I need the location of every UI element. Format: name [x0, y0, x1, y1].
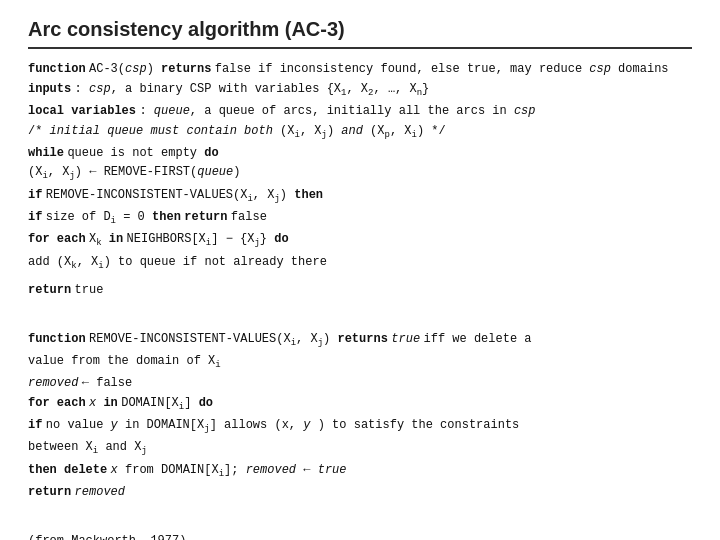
return2-keyword: return: [28, 485, 71, 499]
return2-line: return removed: [28, 482, 692, 502]
if-remove-text: REMOVE-INCONSISTENT-VALUES(Xi, Xj): [46, 188, 294, 202]
if-size-text: size of Di = 0: [46, 210, 152, 224]
return-keyword2: return: [28, 283, 71, 297]
for-neighbors-text: NEIGHBORS[Xi] − {Xj}: [127, 232, 275, 246]
page: Arc consistency algorithm (AC-3) functio…: [0, 0, 720, 540]
return-true-text: true: [75, 283, 104, 297]
blank2: [28, 512, 692, 531]
add-text: add (Xk, Xi) to queue if not already the…: [28, 255, 327, 269]
while-do: do: [204, 146, 218, 160]
inputs-desc: : csp, a binary CSP with variables {X1, …: [75, 82, 430, 96]
func2-value-text: value from the domain of Xi: [28, 354, 221, 368]
then-x: x: [111, 463, 125, 477]
then-from: from DOMAIN[Xi]; removed ← true: [125, 463, 346, 477]
func2-true-text: true: [391, 332, 420, 346]
if2-line: if no value y in DOMAIN[Xj] allows (x, y…: [28, 415, 692, 437]
if2-text: no value y in DOMAIN[Xj] allows (x, y ) …: [46, 418, 520, 432]
func1-name: AC-3(csp): [89, 62, 161, 76]
remove-text: (Xi, Xj) ← REMOVE-FIRST(queue): [28, 165, 240, 179]
removed-text: removed: [28, 376, 78, 390]
while-line: while queue is not empty do: [28, 143, 692, 163]
add-line: add (Xk, Xi) to queue if not already the…: [28, 252, 692, 274]
between-line: between Xi and Xj: [28, 437, 692, 459]
if-then-keyword: then: [294, 188, 323, 202]
then-keyword: then delete: [28, 463, 107, 477]
between-text: between Xi and Xj: [28, 440, 147, 454]
comment-text: /* initial queue must contain both (Xi, …: [28, 124, 446, 138]
for-do-keyword: do: [274, 232, 288, 246]
for-keyword: for each: [28, 232, 86, 246]
for2-keyword: for each: [28, 396, 86, 410]
local-desc: : queue, a queue of arcs, initially all …: [139, 104, 535, 118]
title-divider: [28, 47, 692, 49]
for2-domain: DOMAIN[Xi]: [121, 396, 198, 410]
func2-line: function REMOVE-INCONSISTENT-VALUES(Xi, …: [28, 329, 692, 351]
remove-first-line: (Xi, Xj) ← REMOVE-FIRST(queue): [28, 162, 692, 184]
return-line: return true: [28, 280, 692, 300]
if-remove-line: if REMOVE-INCONSISTENT-VALUES(Xi, Xj) th…: [28, 185, 692, 207]
func2-name-text: REMOVE-INCONSISTENT-VALUES(Xi, Xj): [89, 332, 337, 346]
for2-in: in: [103, 396, 117, 410]
for-in-keyword: in: [109, 232, 123, 246]
from-mackworth: (from Mackworth, 1977): [28, 531, 692, 540]
inputs-keyword: inputs: [28, 82, 71, 96]
func1-keyword: function: [28, 62, 86, 76]
from-text: (from Mackworth, 1977): [28, 534, 186, 540]
for-xk-text: Xk: [89, 232, 109, 246]
func1-desc: false if inconsistency found, else true,…: [215, 62, 669, 76]
removed-arrow: ← false: [82, 376, 132, 390]
return-keyword: return: [184, 210, 227, 224]
algorithm-content: function AC-3(csp) returns false if inco…: [28, 59, 692, 540]
func2-line2: value from the domain of Xi: [28, 351, 692, 373]
return2-removed: removed: [75, 485, 125, 499]
if2-keyword: if: [28, 418, 42, 432]
inputs-line: inputs : csp, a binary CSP with variable…: [28, 79, 692, 101]
if-keyword: if: [28, 188, 42, 202]
for2-x: x: [89, 396, 103, 410]
for2-do: do: [199, 396, 213, 410]
page-title: Arc consistency algorithm (AC-3): [28, 18, 692, 41]
if-then2-keyword: then: [152, 210, 181, 224]
local-line: local variables : queue, a queue of arcs…: [28, 101, 692, 121]
for2-line: for each x in DOMAIN[Xi] do: [28, 393, 692, 415]
comment-line: /* initial queue must contain both (Xi, …: [28, 121, 692, 143]
then-delete-line: then delete x from DOMAIN[Xi]; removed ←…: [28, 460, 692, 482]
blank1: [28, 310, 692, 329]
if-size-keyword: if: [28, 210, 42, 224]
func1-returns: returns: [161, 62, 211, 76]
if-false-text: false: [231, 210, 267, 224]
func2-returns: returns: [337, 332, 387, 346]
func2-desc-text: iff we delete a: [423, 332, 531, 346]
local-keyword: local variables: [28, 104, 136, 118]
if-size-line: if size of Di = 0 then return false: [28, 207, 692, 229]
while-desc: queue is not empty: [67, 146, 204, 160]
for-each-line: for each Xk in NEIGHBORS[Xi] − {Xj} do: [28, 229, 692, 251]
func2-keyword: function: [28, 332, 86, 346]
func1-line: function AC-3(csp) returns false if inco…: [28, 59, 692, 79]
removed-line: removed ← false: [28, 373, 692, 393]
while-keyword: while: [28, 146, 64, 160]
